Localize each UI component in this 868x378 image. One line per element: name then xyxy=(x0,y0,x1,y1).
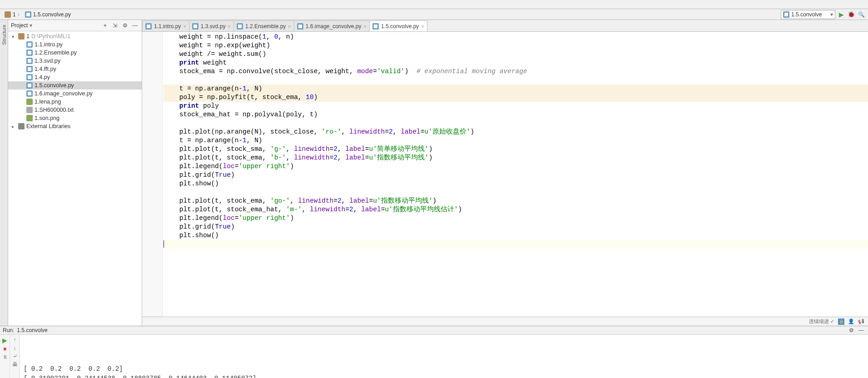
stop-button[interactable]: ■ xyxy=(3,346,6,352)
run-tool-window: Run: 1.5.convolve ⚙ — ▶ ■ ⏸ ↑ ↓ ⤶ 🖶 http… xyxy=(0,326,868,378)
navigation-bar: 1 › 1.5.convolve.py 1.5.convolve ▾ ▶ 🐞 🔍 xyxy=(0,9,868,20)
code-line xyxy=(164,119,868,128)
run-panel-target[interactable]: 1.5.convolve xyxy=(17,327,47,333)
code-line: poly = np.polyfit(t, stock_ema, 10) xyxy=(164,93,868,102)
code-line: stock_ema = np.convolve(stock_close, wei… xyxy=(164,67,868,76)
code-line: t = np.arange(n-1, N) xyxy=(164,136,868,145)
tree-item[interactable]: 1.2.Ensemble.py xyxy=(8,49,142,57)
tool-window-stripe: Structure xyxy=(0,20,8,326)
down-icon[interactable]: ↓ xyxy=(14,345,16,351)
editor-tab[interactable]: 1.2.Ensemble.py× xyxy=(233,20,294,31)
code-editor[interactable]: weight = np.linspace(1, 0, n) weight = n… xyxy=(142,32,868,317)
code-line: t = np.arange(n-1, N) xyxy=(164,85,868,93)
project-panel: Project ▾ ⌖ ⇲ ⚙ — ▾1 D:\Python\ML\11.1.i… xyxy=(8,20,142,326)
search-icon[interactable]: 🔍 xyxy=(857,10,865,19)
rerun-button[interactable]: ▶ xyxy=(2,337,7,344)
chevron-down-icon: ▾ xyxy=(30,22,32,29)
code-line: plt.plot(np.arange(N), stock_close, 'ro-… xyxy=(164,128,868,136)
editor-tab[interactable]: 1.3.svd.py× xyxy=(189,20,234,31)
code-line: plt.legend(loc='upper right') xyxy=(164,214,868,223)
editor-tab[interactable]: 1.6.image_convolve.py× xyxy=(294,20,370,31)
editor-tab[interactable]: 1.1.intro.py× xyxy=(142,20,189,31)
tree-item[interactable]: 1.4.fft.py xyxy=(8,65,142,73)
hide-icon[interactable]: — xyxy=(857,326,865,334)
tree-item[interactable]: ▾1 D:\Python\ML\1 xyxy=(8,32,142,40)
tab-label: 1.6.image_convolve.py xyxy=(306,23,362,30)
run-configuration-combo[interactable]: 1.5.convolve ▾ xyxy=(781,10,835,19)
project-combo[interactable]: Project xyxy=(11,22,28,29)
tree-item-label: 1.6.image_convolve.py xyxy=(35,90,93,97)
run-config-label: 1.5.convolve xyxy=(791,11,822,18)
code-line: plt.plot(t, stock_ema, 'go-', linewidth=… xyxy=(164,197,868,205)
tree-item[interactable]: 1.son.png xyxy=(8,114,142,122)
py-icon xyxy=(26,66,33,72)
tree-item-label: 1.3.svd.py xyxy=(35,58,60,64)
pause-button[interactable]: ⏸ xyxy=(2,354,8,360)
tree-item[interactable]: ▸External Libraries xyxy=(8,122,142,130)
debug-button[interactable]: 🐞 xyxy=(847,10,855,19)
close-icon[interactable]: × xyxy=(364,24,367,29)
hide-icon[interactable]: — xyxy=(131,21,139,30)
tree-item[interactable]: 1.lena.png xyxy=(8,98,142,106)
structure-tab[interactable]: Structure xyxy=(1,25,7,45)
wrap-icon[interactable]: ⤶ xyxy=(13,353,17,359)
editor-tab[interactable]: 1.5.convolve.py× xyxy=(369,20,427,31)
tree-item-hint: D:\Python\ML\1 xyxy=(31,33,70,40)
code-line: plt.grid(True) xyxy=(164,223,868,231)
py-icon xyxy=(26,50,33,56)
tree-item-label: 1.5.convolve.py xyxy=(35,82,74,89)
gear-icon[interactable]: ⚙ xyxy=(121,21,129,30)
close-icon[interactable]: × xyxy=(288,24,291,29)
tree-item-label: 1.2.Ensemble.py xyxy=(35,50,77,56)
code-line: plt.plot(t, stock_sma, 'g-', linewidth=2… xyxy=(164,145,868,154)
py-icon xyxy=(26,41,33,48)
tree-item[interactable]: 1.3.svd.py xyxy=(8,57,142,65)
tree-item[interactable]: 1.SH600000.txt xyxy=(8,106,142,114)
breadcrumb-label: 1.5.convolve.py xyxy=(33,11,71,18)
python-file-icon xyxy=(192,23,198,30)
collapse-all-icon[interactable]: ⇲ xyxy=(111,21,119,30)
print-icon[interactable]: 🖶 xyxy=(12,361,18,368)
code-line: plt.grid(True) xyxy=(164,171,868,179)
code-line: plt.show() xyxy=(164,231,868,240)
code-line: weight = np.linspace(1, 0, n) xyxy=(164,33,868,41)
breadcrumb-file[interactable]: 1.5.convolve.py xyxy=(23,11,73,18)
lib-icon xyxy=(18,123,25,129)
run-panel-title: Run: xyxy=(3,327,14,333)
tree-item[interactable]: 1.1.intro.py xyxy=(8,40,142,49)
python-file-icon xyxy=(372,23,379,30)
code-line: stock_ema_hat = np.polyval(poly, t) xyxy=(164,110,868,119)
project-tree[interactable]: ▾1 D:\Python\ML\11.1.intro.py1.2.Ensembl… xyxy=(8,31,142,326)
py-icon xyxy=(26,58,33,64)
expand-icon[interactable]: ▸ xyxy=(12,124,16,129)
tree-item-label: External Libraries xyxy=(26,123,70,129)
tree-item[interactable]: 1.4.py xyxy=(8,73,142,81)
python-file-icon xyxy=(297,23,303,30)
py-icon xyxy=(26,90,33,97)
breadcrumb-root[interactable]: 1 › xyxy=(3,11,21,18)
editor-tabs: 1.1.intro.py×1.3.svd.py×1.2.Ensemble.py×… xyxy=(142,20,868,32)
gear-icon[interactable]: ⚙ xyxy=(847,326,855,334)
run-button[interactable]: ▶ xyxy=(837,10,845,19)
up-icon[interactable]: ↑ xyxy=(14,337,16,343)
code-line: plt.legend(loc='upper right') xyxy=(164,162,868,171)
editor-status-bar: 连续缩进 ✓ 🔒 👤 📢 xyxy=(142,317,868,326)
python-file-icon xyxy=(237,23,243,30)
editor-content[interactable]: weight = np.linspace(1, 0, n) weight = n… xyxy=(163,32,868,317)
folder-icon xyxy=(5,11,11,18)
tree-item[interactable]: 1.5.convolve.py xyxy=(8,81,142,90)
close-icon[interactable]: × xyxy=(228,24,231,29)
hector-icon[interactable]: 👤 xyxy=(848,318,854,324)
tree-item-label: 1.4.fft.py xyxy=(35,66,56,72)
scroll-from-source-icon[interactable]: ⌖ xyxy=(101,21,109,30)
tree-item[interactable]: 1.6.image_convolve.py xyxy=(8,90,142,98)
close-icon[interactable]: × xyxy=(421,24,424,29)
console-output[interactable]: https://blog.csdn.net/qq_33809000 [ 0.2 … xyxy=(20,335,868,378)
expand-icon[interactable]: ▾ xyxy=(12,34,16,39)
sound-icon[interactable]: 📢 xyxy=(858,318,864,324)
lock-icon[interactable]: 🔒 xyxy=(838,318,844,325)
code-line: print weight xyxy=(164,59,868,67)
code-line: weight /= weight.sum() xyxy=(164,50,868,59)
tree-item-label: 1.son.png xyxy=(35,115,60,121)
close-icon[interactable]: × xyxy=(183,24,186,29)
